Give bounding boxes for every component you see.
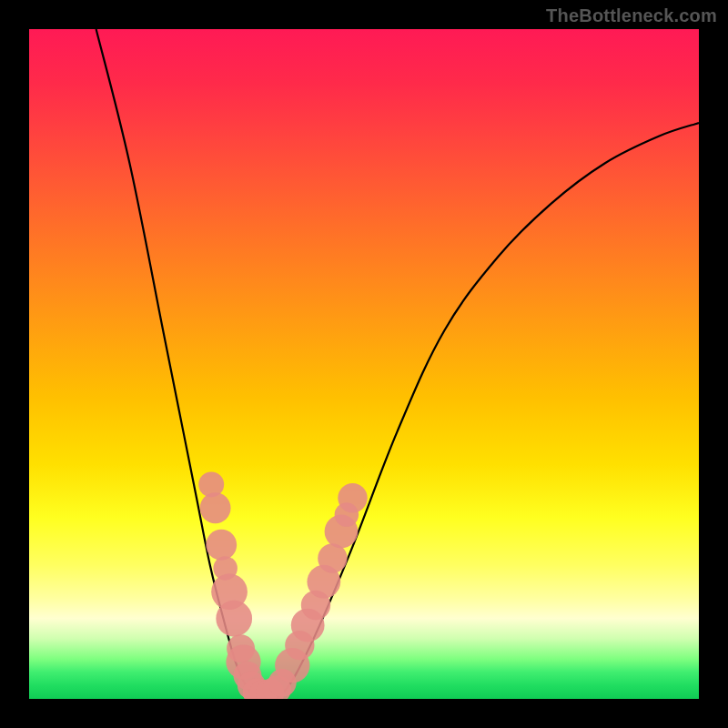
marker-point [206,530,237,561]
bottleneck-curve [96,29,699,699]
curve-markers [198,472,367,700]
watermark-text: TheBottleneck.com [546,5,717,26]
marker-point [200,492,231,523]
marker-point [338,483,367,512]
curve-svg [29,29,699,699]
chart-container: TheBottleneck.com [0,0,728,728]
marker-point [216,601,252,637]
plot-area [29,29,699,699]
